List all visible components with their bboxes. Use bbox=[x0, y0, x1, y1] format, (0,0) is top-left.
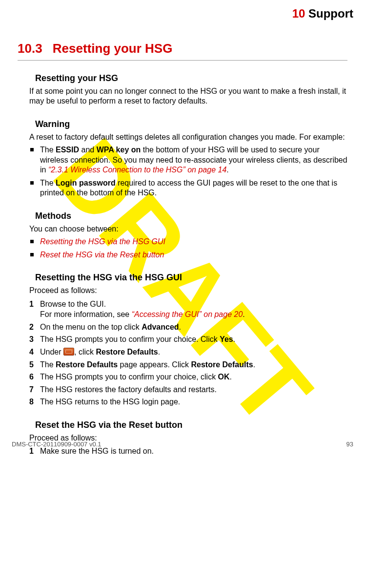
methods-bullets: Resetting the HSG via the HSG GUI Reset … bbox=[29, 237, 347, 260]
subheading-reset-gui: Resetting the HSG via the HSG GUI bbox=[35, 273, 347, 283]
resetting-paragraph: If at some point you can no longer conne… bbox=[29, 86, 347, 106]
section-number: 10.3 bbox=[18, 41, 42, 56]
step-7: The HSG restores the factory defaults an… bbox=[29, 384, 347, 395]
link-reset-gui[interactable]: Resetting the HSG via the HSG GUI bbox=[40, 237, 165, 246]
step-5: The Restore Defaults page appears. Click… bbox=[29, 359, 347, 370]
link-reset-button[interactable]: Reset the HSG via the Reset button bbox=[40, 251, 164, 259]
subheading-resetting: Resetting your HSG bbox=[35, 73, 347, 84]
section-name: Resetting your HSG bbox=[53, 41, 173, 56]
subheading-warning: Warning bbox=[35, 119, 347, 129]
methods-paragraph: You can choose between: bbox=[29, 224, 347, 234]
section-title: 10.3 Resetting your HSG bbox=[18, 41, 347, 61]
warning-bullets: The ESSID and WPA key on the bottom of y… bbox=[29, 145, 347, 198]
link-accessing-gui[interactable]: “Accessing the GUI” on page 20 bbox=[132, 310, 243, 318]
link-wireless-connection[interactable]: “2.3.1 Wireless Connection to the HSG” o… bbox=[48, 166, 226, 174]
reset-gui-steps: Browse to the GUI. For more information,… bbox=[29, 299, 347, 407]
step-6: The HSG prompts you to confirm your choi… bbox=[29, 372, 347, 382]
chapter-title: Support bbox=[308, 7, 353, 20]
methods-bullet-2: Reset the HSG via the Reset button bbox=[29, 250, 347, 260]
step-8: The HSG returns to the HSG login page. bbox=[29, 397, 347, 407]
footer-docid: DMS-CTC-20110909-0007 v0.1 bbox=[12, 441, 101, 448]
footer-pagenum: 93 bbox=[346, 441, 353, 448]
warning-bullet-1: The ESSID and WPA key on the bottom of y… bbox=[29, 145, 347, 175]
methods-bullet-1: Resetting the HSG via the HSG GUI bbox=[29, 237, 347, 247]
step-2: On the menu on the top click Advanced. bbox=[29, 322, 347, 333]
reset-gui-paragraph: Proceed as follows: bbox=[29, 286, 347, 295]
subheading-reset-button: Reset the HSG via the Reset button bbox=[35, 420, 347, 430]
page-header: 10 Support bbox=[0, 0, 365, 22]
chapter-number: 10 bbox=[292, 7, 305, 20]
step-1: Browse to the GUI. For more information,… bbox=[29, 299, 347, 320]
step-3: The HSG prompts you to confirm your choi… bbox=[29, 334, 347, 345]
page-footer: DMS-CTC-20110909-0007 v0.1 93 bbox=[12, 441, 353, 448]
warning-bullet-2: The Login password required to access th… bbox=[29, 178, 347, 198]
hsg-icon bbox=[63, 348, 74, 356]
warning-paragraph: A reset to factory default settings dele… bbox=[29, 132, 347, 142]
step-4: Under , click Restore Defaults. bbox=[29, 347, 347, 357]
subheading-methods: Methods bbox=[35, 211, 347, 221]
